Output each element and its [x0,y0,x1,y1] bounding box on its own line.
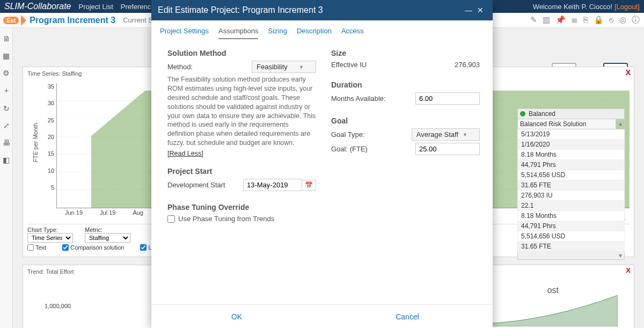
sidebar-gear-icon[interactable]: ⚙ [3,69,10,77]
data-row: 5,514,656 USD [517,231,625,242]
sidebar-plus-icon[interactable]: ＋ [3,86,10,96]
data-row: 44,791 Phrs [517,221,625,231]
data-row: 31.65 FTE [517,180,625,191]
chart-type-select[interactable]: Time Series [27,233,73,243]
y-axis-label: FTE per Month [32,123,39,162]
target-icon[interactable]: ◎ [619,15,626,25]
goal-type-label: Goal Type: [331,130,412,139]
export-icon[interactable]: ⎘ [583,15,588,25]
months-available-label: Months Available: [331,94,415,103]
data-row: 5,514,656 USD [517,170,625,180]
solution-method-heading: Solution Method [167,49,316,57]
close-icon[interactable]: X [626,68,631,77]
metric-label: Metric: [85,227,130,233]
caret-down-icon[interactable]: ▾ [517,252,625,260]
sidebar-expand-icon[interactable]: ⤢ [3,121,10,130]
tab-project-settings[interactable]: Project Settings [160,27,209,39]
phase-tuning-checkbox[interactable]: Use Phase Tuning from Trends [167,215,316,223]
goal-heading: Goal [331,116,480,125]
effective-iu-label: Effective IU [331,61,455,69]
dev-start-input[interactable] [243,179,302,191]
link-icon[interactable]: ⎋ [609,15,614,25]
breadcrumb-arrow-icon [21,15,26,26]
left-sidebar: 🗎 ▦ ⚙ ＋ ↻ ⤢ 🖶 ◧ [0,28,13,328]
info-icon[interactable]: ⓘ [632,15,640,25]
modal-footer: OK Cancel [151,304,493,328]
solution-data-panel: Balanced Balanced Risk Solution ▴ 5/13/2… [517,108,625,260]
lock-icon[interactable]: 🔒 [594,15,604,25]
nav-project-list[interactable]: Project List [79,3,113,11]
data-row: 22.1 [517,201,625,211]
data-row: 276,903 IU [517,191,625,201]
logout-link[interactable]: [Logout] [614,3,640,11]
sidebar-print-icon[interactable]: 🖶 [3,139,10,147]
method-description: The Feasibility solution method produces… [167,75,316,148]
text-checkbox[interactable]: Text [27,244,46,251]
data-row: 5/13/2019 [517,129,625,140]
trend-y-value: 1,000,000 [45,303,71,309]
status-dot-icon [520,111,525,116]
pin-icon[interactable]: 📌 [555,15,566,25]
goal-fte-input[interactable] [415,143,480,155]
calendar-icon[interactable]: 📅 [302,180,316,191]
minimize-icon[interactable]: — [463,6,474,14]
effective-iu-value: 276,903 [455,61,480,69]
breadcrumb-title[interactable]: Program Increment 3 [30,16,115,25]
chart-type-label: Chart Type: [27,227,73,233]
modal-title: Edit Estimate Project: Program Increment… [158,5,323,15]
tab-assumptions[interactable]: Assumptions [218,27,258,39]
edit-icon[interactable]: ✎ [530,15,537,25]
app-brand: SLIM-Collaborate [4,2,71,11]
nav-preferences[interactable]: Preferenc [121,3,151,11]
data-row: 8.18 Months [517,150,625,160]
comparison-checkbox[interactable]: Comparison solution [62,244,124,251]
project-start-heading: Project Start [167,167,316,176]
dev-start-label: Development Start [167,181,243,189]
ok-button[interactable]: OK [151,305,322,328]
tab-description[interactable]: Description [297,27,332,39]
tab-access[interactable]: Access [341,27,364,39]
caret-up-icon[interactable]: ▴ [616,119,625,129]
metric-select[interactable]: Staffing [85,233,130,243]
cancel-button[interactable]: Cancel [322,305,493,328]
modal-tabs: Project Settings Assumptions Sizing Desc… [151,20,493,39]
list-icon[interactable]: ≣ [571,15,578,25]
sidebar-doc-icon[interactable]: 🗎 [3,34,10,43]
modal-titlebar: Edit Estimate Project: Program Increment… [151,0,493,20]
welcome-text: Welcome Keith P. Ciocco! [533,3,612,11]
modal-left-column: Solution Method Method: Feasibility The … [167,45,316,304]
duration-heading: Duration [331,81,480,89]
close-icon[interactable]: ✕ [474,6,486,14]
method-label: Method: [167,63,252,71]
modal-body: Solution Method Method: Feasibility The … [151,39,493,304]
phase-tuning-heading: Phase Tuning Override [167,203,316,212]
months-available-input[interactable] [415,92,480,105]
read-less-link[interactable]: [Read Less] [167,150,203,157]
sidebar-refresh-icon[interactable]: ↻ [3,104,10,113]
y-ticks: 35 30 25 20 15 10 5 [43,83,54,191]
toolbar: ✎ ▥ 📌 ≣ ⎘ 🔒 ⎋ ◎ ⓘ [530,15,644,25]
method-select[interactable]: Feasibility [252,61,316,73]
goal-fte-label: Goal: (FTE) [331,145,415,153]
solution-header[interactable]: Balanced [517,108,625,119]
size-heading: Size [331,49,480,57]
trend-area-icon [484,294,618,326]
edit-estimate-modal: Edit Estimate Project: Program Increment… [151,0,493,328]
solution-sub[interactable]: Balanced Risk Solution [517,119,616,129]
tab-sizing[interactable]: Sizing [268,27,287,39]
clipboard-icon[interactable]: ▥ [543,15,550,25]
data-row: 1/16/2020 [517,140,625,150]
data-row: 8.18 Months [517,211,625,221]
sidebar-grid-icon[interactable]: ▦ [3,52,10,60]
sidebar-more-icon[interactable]: ◧ [3,156,10,164]
data-row: 44,791 Phrs [517,160,625,170]
modal-right-column: Size Effective IU 276,903 Duration Month… [331,45,480,304]
est-badge: Est [3,17,19,24]
data-row: 31.65 FTE [517,242,625,252]
goal-type-select[interactable]: Average Staff [412,128,480,141]
close-icon[interactable]: X [626,266,631,274]
